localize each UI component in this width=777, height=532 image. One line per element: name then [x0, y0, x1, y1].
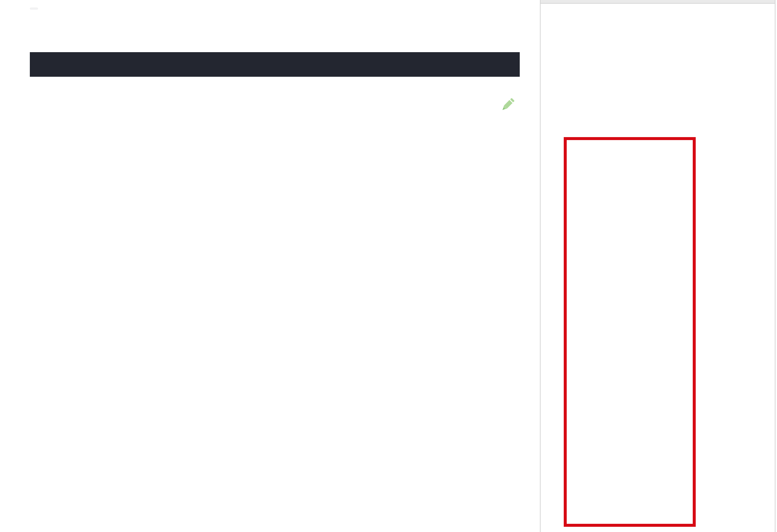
term-row: [30, 1, 520, 16]
sidebar-item-aggregations[interactable]: [541, 9, 775, 26]
docs-page: [0, 0, 777, 532]
pencil-icon: [499, 96, 516, 115]
term-value-as-string: [30, 7, 38, 10]
edit-link[interactable]: [496, 96, 520, 115]
toc-sidebar: [540, 0, 776, 532]
sidebar-item-stub: [541, 0, 775, 4]
main-content: [30, 0, 520, 77]
highlight-red-box: [564, 137, 696, 527]
code-block: [30, 52, 520, 77]
aggregations-section: [541, 4, 775, 26]
